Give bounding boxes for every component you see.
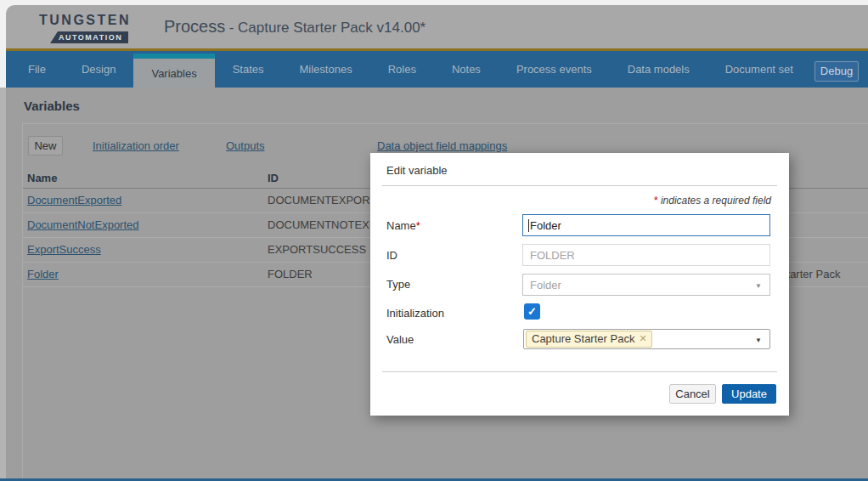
tab-process-events[interactable]: Process events [499, 51, 610, 88]
window-title: Process - Capture Starter Pack v14.00* [164, 17, 426, 37]
chevron-down-icon: ▼ [755, 282, 762, 290]
variable-link[interactable]: DocumentExported [27, 194, 121, 207]
page-title: Variables [24, 99, 80, 113]
type-field-label: Type [386, 278, 410, 291]
data-object-field-mappings-link[interactable]: Data object field mappings [377, 139, 507, 152]
tab-states[interactable]: States [215, 51, 282, 88]
update-button[interactable]: Update [722, 384, 776, 404]
app-screen: TUNGSTEN AUTOMATION Process - Capture St… [0, 0, 868, 481]
tab-data-models[interactable]: Data models [610, 51, 707, 88]
variable-link[interactable]: Folder [27, 268, 59, 280]
cancel-button[interactable]: Cancel [669, 384, 716, 404]
name-input[interactable]: Folder [522, 214, 770, 236]
type-dropdown-disabled: Folder ▼ [522, 274, 770, 296]
tab-notes[interactable]: Notes [434, 51, 499, 88]
outputs-link[interactable]: Outputs [226, 139, 265, 152]
tab-variables[interactable]: Variables [133, 54, 214, 88]
variable-id: EXPORTSUCCESS [268, 243, 366, 256]
initialization-checkbox[interactable]: ✓ [524, 303, 540, 320]
name-field-label: Name* [386, 219, 420, 232]
main-nav: File Design Variables States Milestones … [6, 51, 868, 88]
value-combobox[interactable]: Capture Starter Pack ✕ ▼ [523, 329, 770, 349]
logo-text-automation: AUTOMATION [50, 31, 128, 43]
id-field-label: ID [386, 249, 397, 262]
tab-roles[interactable]: Roles [370, 51, 434, 88]
value-field-label: Value [386, 333, 414, 346]
variable-id: FOLDER [268, 268, 313, 280]
remove-tag-icon[interactable]: ✕ [639, 333, 646, 344]
variable-link[interactable]: ExportSuccess [27, 243, 101, 256]
column-header-name: Name [27, 172, 57, 184]
app-header: TUNGSTEN AUTOMATION Process - Capture St… [6, 5, 868, 48]
id-input-disabled: FOLDER [522, 244, 770, 266]
page-margin [0, 88, 6, 478]
logo-text-tungsten: TUNGSTEN [30, 13, 140, 28]
dialog-divider [382, 185, 777, 186]
dialog-divider [382, 371, 777, 372]
variable-link[interactable]: DocumentNotExported [27, 218, 139, 231]
chevron-down-icon[interactable]: ▼ [755, 337, 762, 344]
tab-milestones[interactable]: Milestones [282, 51, 370, 88]
initialization-field-label: Initialization [386, 307, 444, 320]
tungsten-automation-logo: TUNGSTEN AUTOMATION [30, 13, 140, 43]
new-variable-button[interactable]: New [28, 136, 63, 156]
required-asterisk: * [416, 219, 420, 232]
edit-variable-dialog: Edit variable * indicates a required fie… [370, 153, 789, 416]
column-header-id: ID [268, 172, 279, 184]
tab-design[interactable]: Design [64, 51, 133, 88]
initialization-order-link[interactable]: Initialization order [93, 139, 179, 152]
tab-file[interactable]: File [10, 51, 64, 88]
debug-button[interactable]: Debug [814, 61, 859, 82]
value-tag: Capture Starter Pack ✕ [526, 331, 652, 348]
text-caret [528, 219, 529, 232]
tab-document-set[interactable]: Document set [707, 51, 811, 88]
required-field-note: * indicates a required field [654, 195, 771, 207]
dialog-title: Edit variable [386, 164, 448, 177]
app-title: Process [164, 17, 225, 36]
document-title: - Capture Starter Pack v14.00* [229, 20, 426, 36]
